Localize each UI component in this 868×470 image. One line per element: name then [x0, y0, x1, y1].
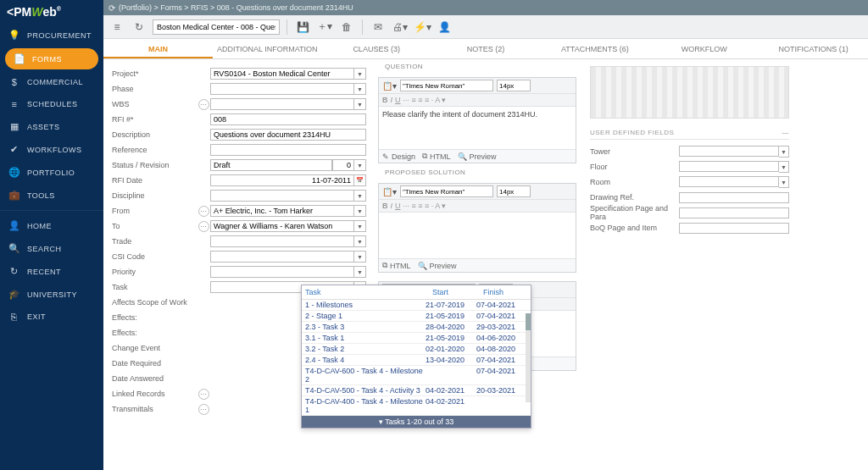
input-discipline[interactable]: [210, 190, 354, 202]
input-status-rev[interactable]: [332, 159, 354, 171]
chevron-down-icon[interactable]: ▼: [779, 146, 789, 158]
udf-input[interactable]: [679, 161, 779, 172]
paste-icon[interactable]: 📋▾: [382, 81, 397, 91]
action-icon[interactable]: ⚡▾: [414, 19, 431, 36]
task-option[interactable]: 3.1 - Task 121-05-201904-06-2020: [302, 333, 531, 344]
editor-toolbar[interactable]: B I U ··· ≡ ≡ ≡ · A ▾: [379, 200, 576, 213]
sidebar-item-home[interactable]: 👤HOME: [0, 214, 103, 237]
input-description[interactable]: [210, 129, 366, 141]
chevron-down-icon[interactable]: ▼: [779, 176, 789, 188]
size-select[interactable]: [497, 80, 531, 91]
mode-preview[interactable]: 🔍 Preview: [418, 261, 457, 270]
editor-toolbar[interactable]: B I U ··· ≡ ≡ ≡ · A ▾: [379, 94, 576, 107]
tab-notifications-[interactable]: NOTIFICATIONS (1): [759, 39, 868, 58]
input-csi[interactable]: [210, 251, 354, 263]
user-icon[interactable]: 👤: [436, 19, 453, 36]
editor-body-proposed[interactable]: [379, 213, 576, 258]
udf-input[interactable]: [679, 192, 789, 203]
input-project[interactable]: [210, 68, 354, 80]
udf-input[interactable]: [679, 146, 779, 157]
task-option[interactable]: 2.3 - Task 328-04-202029-03-2021: [302, 322, 531, 333]
sidebar-item-commercial[interactable]: $COMMERCIAL: [0, 71, 103, 93]
tabs[interactable]: MAINADDITIONAL INFORMATIONCLAUSES (3)NOT…: [103, 39, 868, 59]
chevron-down-icon[interactable]: ▼: [354, 68, 366, 80]
tab-additional-information[interactable]: ADDITIONAL INFORMATION: [213, 39, 322, 58]
sidebar-item-procurement[interactable]: 💡PROCUREMENT: [0, 24, 103, 47]
chevron-down-icon[interactable]: ▼: [354, 220, 366, 232]
sidebar-item-tools[interactable]: 💼TOOLS: [0, 184, 103, 207]
input-to[interactable]: [210, 220, 354, 232]
chevron-down-icon[interactable]: ▼: [779, 161, 789, 173]
record-selector[interactable]: [153, 19, 280, 35]
editor-body-question[interactable]: Please clarify the intent of document 23…: [379, 107, 576, 149]
task-option[interactable]: 2 - Stage 121-05-201907-04-2021: [302, 311, 531, 322]
more-icon[interactable]: ⋯: [198, 389, 209, 400]
udf-input[interactable]: [679, 223, 789, 234]
input-wbs[interactable]: [210, 98, 354, 110]
udf-label: BoQ Page and Item: [590, 224, 672, 232]
sidebar-item-assets[interactable]: ▦ASSETS: [0, 115, 103, 138]
input-status[interactable]: [210, 159, 332, 171]
task-option[interactable]: 1 - Milestones21-07-201907-04-2021: [302, 300, 531, 311]
paste-icon[interactable]: 📋▾: [382, 187, 397, 196]
calendar-icon[interactable]: 📅: [354, 174, 366, 186]
sidebar-item-recent[interactable]: ↻RECENT: [0, 260, 103, 283]
delete-icon[interactable]: 🗑: [338, 19, 355, 36]
input-rfidate[interactable]: [210, 174, 354, 186]
task-option[interactable]: T4-D-CAV-500 - Task 4 - Activity 304-02-…: [302, 385, 531, 396]
chevron-down-icon[interactable]: ▼: [354, 83, 366, 95]
task-option[interactable]: 2.4 - Task 413-04-202007-04-2021: [302, 355, 531, 366]
more-icon[interactable]: ⋯: [198, 404, 209, 415]
sidebar-item-portfolio[interactable]: 🌐PORTFOLIO: [0, 161, 103, 184]
task-dropdown[interactable]: Task Start Finish 1 - Milestones21-07-20…: [301, 285, 531, 429]
more-icon[interactable]: ⋯: [198, 221, 209, 232]
task-option[interactable]: T4-D-CAV-400 - Task 4 - Milestone 104-02…: [302, 396, 531, 416]
chevron-down-icon[interactable]: ▼: [354, 190, 366, 202]
scrollbar[interactable]: [526, 313, 531, 402]
udf-input[interactable]: [679, 207, 789, 218]
mode-html[interactable]: ⧉ HTML: [382, 261, 411, 270]
sidebar-item-schedules[interactable]: ≡SCHEDULES: [0, 93, 103, 115]
more-icon[interactable]: ⋯: [198, 206, 209, 217]
tab-clauses-[interactable]: CLAUSES (3): [322, 39, 431, 58]
mode-design[interactable]: ✎ Design: [382, 152, 415, 161]
font-select[interactable]: [400, 80, 493, 91]
chevron-down-icon[interactable]: ▼: [354, 159, 366, 171]
input-phase[interactable]: [210, 83, 354, 95]
mail-icon[interactable]: ✉: [370, 19, 387, 36]
input-trade[interactable]: [210, 235, 354, 247]
input-priority[interactable]: [210, 266, 354, 278]
chevron-down-icon[interactable]: ▼: [354, 98, 366, 110]
tab-attachments-[interactable]: ATTACHMENTS (6): [540, 39, 649, 58]
size-select[interactable]: [497, 185, 531, 197]
refresh-icon[interactable]: ⟳: [108, 3, 115, 13]
font-select[interactable]: [400, 185, 493, 197]
save-icon[interactable]: 💾: [294, 19, 311, 36]
sidebar-item-forms[interactable]: 📄FORMS: [5, 48, 98, 69]
task-option[interactable]: T4-D-CAV-600 - Task 4 - Milestone 207-04…: [302, 366, 531, 385]
list-icon[interactable]: ≡: [108, 19, 125, 36]
chevron-down-icon[interactable]: ▼: [354, 251, 366, 263]
history-icon[interactable]: ↻: [131, 19, 147, 36]
sidebar-item-exit[interactable]: ⎘EXIT: [0, 306, 103, 328]
task-option[interactable]: 3.2 - Task 202-01-202004-08-2020: [302, 344, 531, 355]
more-icon[interactable]: ⋯: [198, 99, 209, 110]
tab-notes-[interactable]: NOTES (2): [431, 39, 541, 58]
tab-workflow[interactable]: WORKFLOW: [649, 39, 759, 58]
chevron-down-icon[interactable]: ▼: [354, 266, 366, 278]
chevron-down-icon[interactable]: ▼: [354, 205, 366, 217]
udf-input[interactable]: [679, 176, 779, 187]
sidebar-item-search[interactable]: 🔍SEARCH: [0, 237, 103, 260]
print-icon[interactable]: 🖨▾: [392, 19, 409, 36]
sidebar-item-university[interactable]: 🎓UNIVERSITY: [0, 283, 103, 306]
mode-preview[interactable]: 🔍 Preview: [458, 152, 497, 161]
add-icon[interactable]: ＋▾: [316, 19, 333, 36]
input-reference[interactable]: [210, 144, 366, 156]
tab-main[interactable]: MAIN: [103, 39, 213, 58]
input-from[interactable]: [210, 205, 354, 217]
sidebar-item-workflows[interactable]: ✔WORKFLOWS: [0, 138, 103, 161]
chevron-down-icon[interactable]: ▼: [354, 235, 366, 247]
drawing-thumbnail[interactable]: [590, 66, 789, 119]
mode-html[interactable]: ⧉ HTML: [422, 152, 451, 161]
input-rfi[interactable]: [210, 113, 366, 125]
